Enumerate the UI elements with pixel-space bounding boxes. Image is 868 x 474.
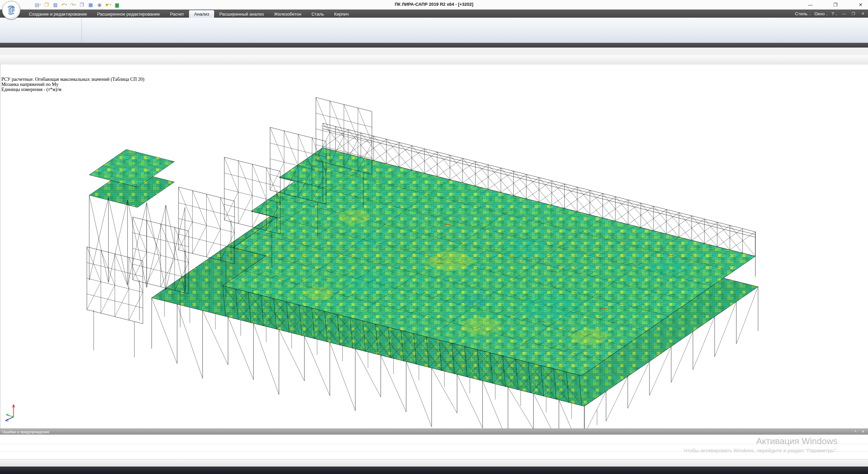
errors-panel-header: Ошибки и предупреждения ┴ ✕ xyxy=(0,429,868,435)
menu-bar xyxy=(0,48,868,55)
status-bar xyxy=(0,467,868,474)
ribbon-right-menu: Стиль ⌄Окно ⌄? ⌄—❐✕ xyxy=(795,10,866,18)
menu-Стиль[interactable]: Стиль ⌄ xyxy=(795,11,811,16)
info-line-2: Мозаика напряжений по My xyxy=(1,82,144,87)
tab-расширенное-редактирование[interactable]: Расширенное редактирование xyxy=(92,10,165,18)
tab-analysis-active[interactable]: Анализ xyxy=(189,10,214,18)
tab-расчет[interactable]: Расчет xyxy=(165,10,189,18)
menu-Окно[interactable]: Окно ⌄ xyxy=(814,11,828,16)
tab-сталь[interactable]: Сталь xyxy=(306,10,329,18)
tab-расширенный-анализ[interactable]: Расширенный анализ xyxy=(214,10,269,18)
axes-triad xyxy=(1,401,25,425)
table-row-line xyxy=(0,444,868,444)
close-button[interactable]: ✕ xyxy=(856,2,865,7)
lira-logo-icon xyxy=(5,4,17,16)
window-controls: — ❐ ✕ xyxy=(806,0,865,10)
title-bar: ▤▾❒▥↶▾↷▾❐▦◉☛▾▆ ПК ЛИРА-САПР 2019 R2 x64 … xyxy=(0,0,868,10)
ribbon-tab-row: Создание и редактированиеРасширенное ред… xyxy=(0,10,868,18)
minimize-button[interactable]: — xyxy=(806,2,815,7)
errors-panel-title: Ошибки и предупреждения xyxy=(2,430,49,434)
tab-создание-и-редактирование[interactable]: Создание и редактирование xyxy=(24,10,92,18)
windows-activation-watermark: Активация Windows xyxy=(756,436,837,446)
mdi-minimize-button[interactable]: — xyxy=(841,12,847,16)
app-logo[interactable] xyxy=(2,1,20,19)
ribbon xyxy=(0,18,868,43)
restore-button[interactable]: ❐ xyxy=(831,2,840,7)
ribbon-group-0 xyxy=(0,18,82,43)
mdi-restore-button[interactable]: ❐ xyxy=(850,12,856,16)
windows-activation-watermark-sub: Чтобы активировать Windows, перейдите в … xyxy=(684,448,837,453)
info-line-3: Единицы измерения - (т*м)/м xyxy=(1,87,144,92)
window-title: ПК ЛИРА-САПР 2019 R2 x64 - [+3202] xyxy=(0,2,868,7)
stress-color-scale xyxy=(0,65,868,72)
info-line-1: РСУ расчетные. Огибающая максимальных зн… xyxy=(1,77,144,82)
view-toolbar xyxy=(0,459,868,467)
model-viewport[interactable] xyxy=(0,65,868,429)
ribbon-separator xyxy=(0,43,868,48)
tab-кирпич[interactable]: Кирпич xyxy=(329,10,354,18)
pin-icon[interactable]: ┴ xyxy=(854,430,857,434)
main-toolbar xyxy=(0,55,868,66)
mdi-close-button[interactable]: ✕ xyxy=(860,12,866,16)
result-info-text: РСУ расчетные. Огибающая максимальных зн… xyxy=(1,77,144,92)
errors-panel: Ошибки и предупреждения ┴ ✕ xyxy=(0,429,868,459)
close-panel-icon[interactable]: ✕ xyxy=(862,430,865,434)
structural-model-3d xyxy=(0,65,868,429)
ribbon-tabs: Создание и редактированиеРасширенное ред… xyxy=(24,10,354,18)
menu-?[interactable]: ? ⌄ xyxy=(831,11,837,16)
tab-железобетон[interactable]: Железобетон xyxy=(269,10,306,18)
